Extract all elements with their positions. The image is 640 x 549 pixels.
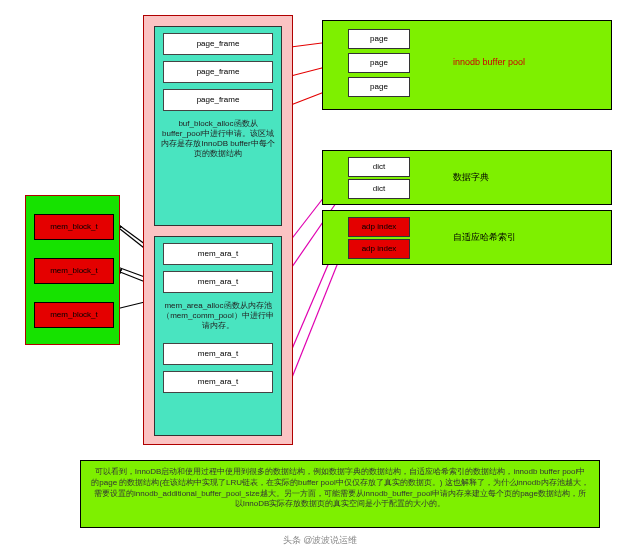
adp-slot: adp index <box>348 217 410 237</box>
buffer-pool-label: innodb buffer pool <box>453 57 525 67</box>
explanation-note: 可以看到，InnoDB启动和使用过程中使用到很多的数据结构，例如数据字典的数据结… <box>80 460 600 528</box>
mem-block-item: mem_block_t <box>34 258 114 284</box>
mem-area-slot: mem_ara_t <box>163 371 273 393</box>
dict-slot: dict <box>348 179 410 199</box>
page-slot: page <box>348 77 410 97</box>
mem-block-item: mem_block_t <box>34 302 114 328</box>
frame-group-desc: buf_block_alloc函数从buffer_pool中进行申请。该区域内存… <box>155 117 281 165</box>
mem-area-group: mem_ara_t mem_ara_t mem_area_alloc函数从内存池… <box>154 236 282 436</box>
watermark-text: 头条 @波波说运维 <box>0 534 640 547</box>
page-frame-slot: page_frame <box>163 33 273 55</box>
dict-region: dict dict 数据字典 <box>322 150 612 205</box>
page-frame-slot: page_frame <box>163 89 273 111</box>
adp-region: adp index adp index 自适应哈希索引 <box>322 210 612 265</box>
page-frame-slot: page_frame <box>163 61 273 83</box>
adp-slot: adp index <box>348 239 410 259</box>
middle-container: page_frame page_frame page_frame buf_blo… <box>143 15 293 445</box>
page-slot: page <box>348 29 410 49</box>
mem-area-slot: mem_ara_t <box>163 271 273 293</box>
buffer-pool-region: page page page innodb buffer pool <box>322 20 612 110</box>
mem-block-pool: mem_block_t mem_block_t mem_block_t <box>25 195 120 345</box>
dict-slot: dict <box>348 157 410 177</box>
area-group-desc: mem_area_alloc函数从内存池（mem_comm_pool）中进行申请… <box>155 299 281 337</box>
adp-label: 自适应哈希索引 <box>453 231 516 244</box>
page-slot: page <box>348 53 410 73</box>
mem-area-slot: mem_ara_t <box>163 243 273 265</box>
mem-area-slot: mem_ara_t <box>163 343 273 365</box>
dict-label: 数据字典 <box>453 171 489 184</box>
mem-block-item: mem_block_t <box>34 214 114 240</box>
page-frame-group: page_frame page_frame page_frame buf_blo… <box>154 26 282 226</box>
